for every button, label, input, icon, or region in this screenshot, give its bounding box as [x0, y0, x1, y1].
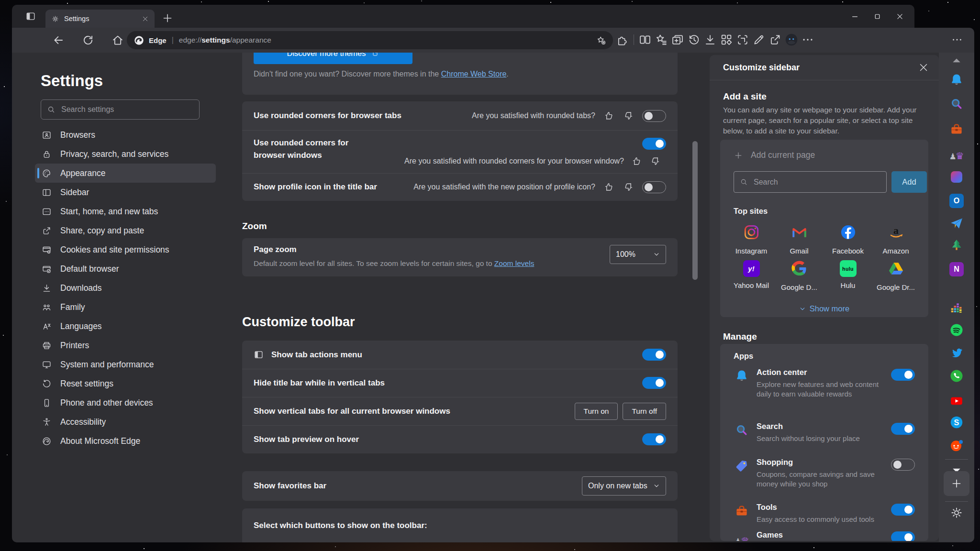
top-site-google-dr[interactable]: Google Dr...	[872, 260, 920, 291]
games-toggle[interactable]	[891, 531, 915, 541]
sidebar-scroll-up-icon[interactable]	[949, 54, 964, 68]
spotify-icon[interactable]	[949, 323, 964, 337]
music-icon[interactable]	[949, 300, 964, 315]
sidebar-item-start-home-and-new-tabs[interactable]: Start, home, and new tabs	[35, 202, 216, 221]
reddit-icon[interactable]	[949, 438, 964, 452]
microsoft-365-icon[interactable]	[949, 170, 964, 184]
action-center-toggle[interactable]	[891, 369, 915, 381]
sidebar-item-system-and-performance[interactable]: System and performance	[35, 355, 216, 374]
sidebar-item-about-microsoft-edge[interactable]: About Microsoft Edge	[35, 431, 216, 451]
favorites-icon[interactable]	[655, 33, 668, 46]
sidebar-item-default-browser[interactable]: Default browser	[35, 259, 216, 278]
edit-annotate-icon[interactable]	[752, 33, 766, 46]
collections-icon[interactable]	[671, 33, 684, 46]
turn-on-button[interactable]: Turn on	[575, 403, 618, 420]
thumb-down-icon[interactable]	[623, 182, 634, 192]
sidebar-item-phone-and-other-devices[interactable]: Phone and other devices	[35, 393, 216, 412]
turn-off-button[interactable]: Turn off	[623, 403, 666, 420]
browser-tab-settings[interactable]: Settings	[45, 10, 155, 28]
site-search-input[interactable]	[753, 177, 880, 187]
close-icon[interactable]	[918, 62, 929, 73]
thumb-up-icon[interactable]	[604, 182, 614, 192]
sidebar-item-privacy-search-and-services[interactable]: Privacy, search, and services	[35, 144, 216, 164]
tab-actions-menu-icon[interactable]	[25, 11, 36, 22]
top-site-google-d[interactable]: Google D...	[775, 260, 823, 291]
twitter-icon[interactable]	[949, 346, 964, 360]
share-icon[interactable]	[768, 33, 782, 46]
sidebar-item-accessibility[interactable]: Accessibility	[35, 412, 216, 431]
sidebar-item-appearance[interactable]: Appearance	[35, 164, 216, 183]
tab-actions-menu-toggle[interactable]	[642, 349, 666, 361]
sidebar-item-languages[interactable]: Languages	[35, 317, 216, 336]
tools-toggle[interactable]	[891, 504, 915, 516]
add-favorite-icon[interactable]	[596, 35, 606, 45]
top-site-amazon[interactable]: aAmazon	[872, 224, 920, 255]
top-site-instagram[interactable]: Instagram	[727, 224, 775, 255]
sidebar-item-cookies-and-site-permissions[interactable]: Cookies and site permissions	[35, 240, 216, 259]
settings-search-input[interactable]	[60, 105, 193, 114]
split-screen-icon[interactable]	[638, 33, 652, 46]
sidebar-item-reset-settings[interactable]: Reset settings	[35, 374, 216, 393]
close-window-button[interactable]	[896, 12, 904, 21]
downloads-icon[interactable]	[703, 33, 717, 46]
tab-preview-toggle[interactable]	[642, 433, 666, 445]
extensions-icon[interactable]	[616, 33, 629, 46]
shopping-toggle[interactable]	[891, 459, 915, 471]
youtube-icon[interactable]	[949, 394, 964, 408]
apps-icon[interactable]	[720, 33, 733, 46]
sidebar-overflow-icon[interactable]	[951, 33, 963, 46]
rounded-windows-toggle[interactable]	[642, 138, 666, 150]
profile-avatar[interactable]	[785, 33, 798, 46]
top-site-hulu[interactable]: huluHulu	[824, 260, 872, 289]
new-tab-button[interactable]	[161, 12, 174, 24]
show-more-link[interactable]: Show more	[720, 304, 928, 313]
top-site-gmail[interactable]: Gmail	[775, 224, 823, 255]
sidebar-item-browsers[interactable]: Browsers	[35, 125, 216, 144]
site-search-box[interactable]	[734, 171, 887, 193]
onenote-icon[interactable]: N	[949, 262, 964, 276]
tools-icon[interactable]	[949, 122, 964, 136]
thumb-up-icon[interactable]	[632, 156, 642, 166]
rounded-tabs-toggle[interactable]	[642, 110, 666, 122]
top-site-facebook[interactable]: Facebook	[824, 224, 872, 255]
games-icon[interactable]: ♟♛	[949, 146, 964, 161]
minimize-button[interactable]	[851, 12, 859, 21]
back-button[interactable]	[52, 34, 65, 46]
hide-title-bar-toggle[interactable]	[642, 377, 666, 389]
whatsapp-icon[interactable]	[949, 369, 964, 383]
discover-themes-button[interactable]: Discover more themes	[254, 53, 412, 64]
skype-icon[interactable]: S	[949, 415, 964, 430]
add-app-button[interactable]	[944, 471, 969, 496]
mail-send-icon[interactable]	[949, 216, 964, 231]
settings-search-box[interactable]	[41, 99, 200, 120]
thumb-up-icon[interactable]	[604, 110, 614, 121]
web-capture-icon[interactable]	[736, 33, 749, 46]
sidebar-item-sidebar[interactable]: Sidebar	[35, 183, 216, 202]
thumb-down-icon[interactable]	[623, 110, 634, 121]
favorites-bar-dropdown[interactable]: Only on new tabs	[582, 476, 666, 496]
history-icon[interactable]	[687, 33, 701, 46]
add-current-page-button[interactable]: Add current page	[734, 150, 815, 160]
sidebar-item-share-copy-and-paste[interactable]: Share, copy and paste	[35, 221, 216, 240]
home-button[interactable]	[111, 34, 124, 46]
search-toggle[interactable]	[891, 423, 915, 435]
outlook-icon[interactable]: O	[949, 194, 964, 208]
page-zoom-dropdown[interactable]: 100%	[610, 245, 666, 264]
refresh-button[interactable]	[82, 34, 94, 46]
address-bar[interactable]: Edge | edge://settings/appearance	[127, 31, 613, 49]
tree-icon[interactable]	[949, 238, 964, 253]
tab-close-icon[interactable]	[142, 15, 149, 22]
profile-icon-toggle[interactable]	[642, 181, 666, 193]
settings-menu-icon[interactable]	[801, 33, 814, 46]
main-scrollbar-thumb[interactable]	[692, 141, 698, 280]
sidebar-item-downloads[interactable]: Downloads	[35, 278, 216, 298]
maximize-button[interactable]	[873, 12, 881, 21]
sidebar-item-family[interactable]: Family	[35, 298, 216, 317]
action-center-icon[interactable]	[949, 73, 964, 87]
top-site-yahoo-mail[interactable]: y!Yahoo Mail	[727, 260, 775, 289]
thumb-down-icon[interactable]	[650, 156, 660, 166]
add-site-button[interactable]: Add	[891, 171, 927, 193]
sidebar-item-printers[interactable]: Printers	[35, 336, 216, 355]
chrome-web-store-link[interactable]: Chrome Web Store	[441, 70, 507, 78]
sidebar-settings-icon[interactable]	[949, 506, 964, 520]
